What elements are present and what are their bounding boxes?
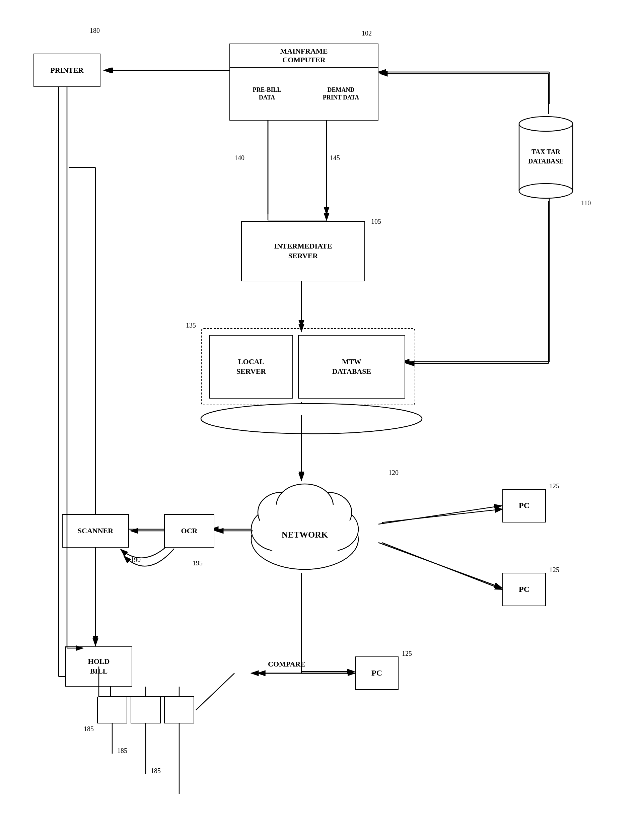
svg-line-15 [382, 543, 502, 589]
svg-line-50 [379, 543, 502, 588]
svg-point-31 [201, 404, 422, 434]
box-185-1 [97, 697, 127, 723]
mtw-database-box: MTWDATABASE [298, 335, 405, 399]
scanner-box: SCANNER [62, 514, 129, 548]
svg-point-27 [519, 183, 573, 198]
tax-tar-db-container: TAX TAR DATABASE [516, 114, 576, 202]
svg-point-28 [519, 117, 573, 131]
ref-180: 180 [90, 27, 100, 35]
prebill-data-label: PRE-BILLDATA [230, 68, 304, 120]
ref-185a: 185 [84, 725, 94, 733]
svg-text:TAX TAR: TAX TAR [532, 148, 561, 155]
ref-110: 110 [581, 199, 591, 207]
svg-text:DATABASE: DATABASE [528, 158, 564, 165]
svg-point-40 [259, 499, 350, 549]
box-185-3 [164, 697, 194, 723]
hold-bill-box: HOLDBILL [65, 646, 132, 687]
compare-label: COMPARE [268, 660, 305, 668]
printer-box: PRINTER [33, 54, 101, 87]
svg-text:NETWORK: NETWORK [282, 530, 328, 540]
demand-print-label: DEMANDPRINT DATA [304, 68, 378, 120]
mainframe-label: MAINFRAMECOMPUTER [230, 44, 378, 68]
intermediate-server-box: INTERMEDIATESERVER [241, 221, 365, 281]
network-cloud: NETWORK [234, 475, 375, 578]
box-185-2 [131, 697, 161, 723]
ref-190: 190 [131, 556, 141, 564]
ref-195: 195 [193, 559, 203, 567]
svg-line-14 [382, 509, 502, 523]
svg-line-49 [379, 506, 502, 524]
local-server-box: LOCALSERVER [209, 335, 293, 399]
ocr-box: OCR [164, 514, 214, 548]
ref-102: 102 [362, 30, 372, 37]
ref-120: 120 [388, 469, 398, 477]
ref-125b: 125 [549, 566, 559, 574]
svg-line-76 [196, 673, 234, 710]
ref-145: 145 [330, 154, 340, 162]
pc1-box: PC [502, 489, 546, 523]
ref-135: 135 [186, 322, 196, 329]
ref-185c: 185 [151, 767, 161, 775]
ref-125a: 125 [549, 482, 559, 490]
ref-105: 105 [371, 218, 381, 226]
ref-125c: 125 [402, 650, 412, 657]
pc2-box: PC [502, 573, 546, 606]
pc3-box: PC [355, 657, 398, 690]
ref-185b: 185 [117, 747, 127, 755]
ref-140: 140 [234, 154, 245, 162]
mainframe-computer-box: MAINFRAMECOMPUTER PRE-BILLDATA DEMANDPRI… [229, 44, 379, 121]
